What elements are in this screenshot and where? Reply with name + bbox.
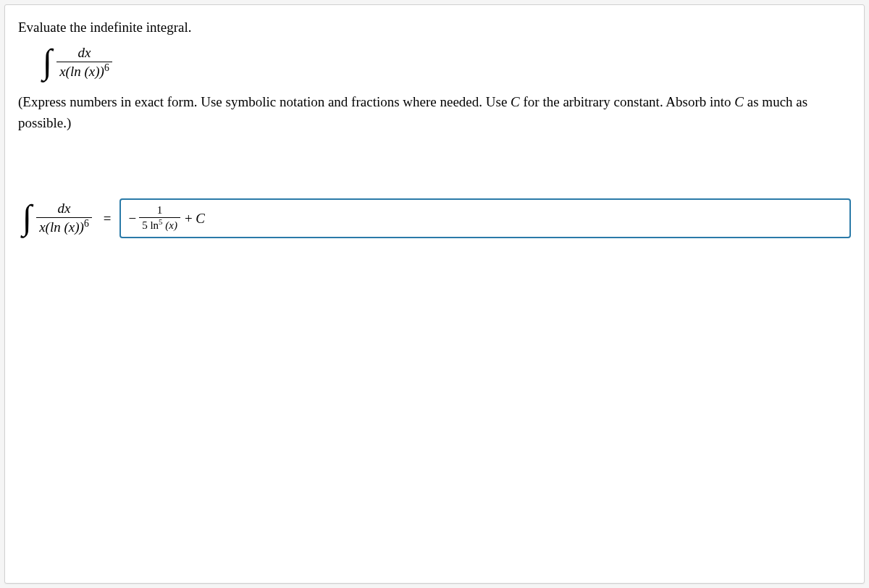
instructions-note: (Express numbers in exact form. Use symb… [18,91,851,134]
lhs-fraction: dx x(ln (x))6 [36,201,92,237]
question-card: Evaluate the indefinite integral. ∫ dx x… [4,4,865,584]
equals-sign: = [104,211,112,227]
integrand-fraction: dx x(ln (x))6 [56,46,112,81]
answer-input[interactable]: − 1 5 ln5 (x) + C [119,198,851,238]
integral-sign: ∫ [43,44,52,79]
integrand-denominator: x(ln (x))6 [56,62,112,81]
integral-expression: ∫ dx x(ln (x))6 [43,46,851,81]
answer-lhs: ∫ dx x(ln (x))6 = [22,201,119,237]
lhs-numerator: dx [54,201,73,217]
rhs-fraction: 1 5 ln5 (x) [139,204,180,232]
rhs-numerator: 1 [154,204,166,217]
answer-row: ∫ dx x(ln (x))6 = − 1 5 ln5 (x) + C [18,198,851,238]
plus-c: + C [185,211,205,227]
minus-sign: − [128,211,136,227]
rhs-denominator: 5 ln5 (x) [139,217,180,233]
lhs-denominator: x(ln (x))6 [36,217,92,237]
integral-sign: ∫ [22,200,32,235]
question-prompt: Evaluate the indefinite integral. [18,20,851,35]
integrand-numerator: dx [75,46,93,62]
